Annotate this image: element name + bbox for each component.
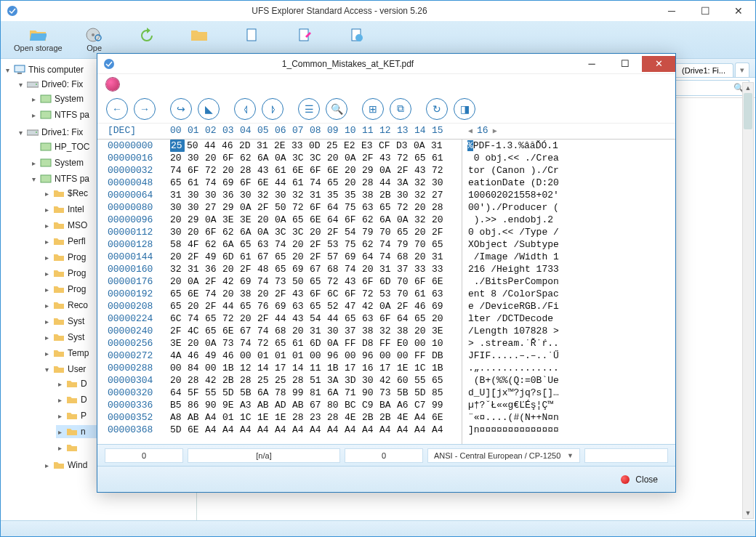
- tree-label: System: [55, 94, 84, 104]
- right-scrollbar[interactable]: ▲ ▼: [742, 82, 754, 519]
- offset: 00000368: [108, 424, 170, 436]
- hex-row[interactable]: 000002563E200A73747265616D0AFFD8FFE00010…: [97, 337, 675, 350]
- hex-row[interactable]: 00000176200A2F42697473506572436F6D706F6E…: [97, 275, 675, 288]
- open-button[interactable]: Ope: [68, 26, 121, 54]
- document-edit-icon: [295, 28, 313, 42]
- tree-toggle[interactable]: ▾: [30, 175, 37, 183]
- encoding-select[interactable]: ANSI - Central European / CP-1250▼: [427, 448, 580, 463]
- bytes: 323136202F4865696768742031373333: [170, 263, 449, 275]
- tree-label: User: [68, 364, 86, 374]
- close-button[interactable]: ✕: [722, 3, 755, 19]
- hex-row[interactable]: 000002402F4C656E67746820313037383238203E…: [97, 325, 675, 337]
- main-window-controls: ─ ☐ ✕: [655, 3, 755, 19]
- ascii: /Image /Width 1: [468, 251, 559, 263]
- tab-menu-button[interactable]: ▾: [735, 62, 749, 77]
- tree-toggle[interactable]: ▾: [4, 66, 11, 74]
- tree-label: $Rec: [68, 188, 88, 198]
- hex-row[interactable]: 00000128584F626A656374202F53756274797065…: [97, 238, 675, 251]
- hex-row[interactable]: 000000643130303630323032313535382B303227…: [97, 189, 675, 201]
- bytes: 4A46494600010101009600960000FFDB: [170, 350, 449, 362]
- ascii: 0 obj.<< ./Crea: [468, 152, 559, 164]
- toolbar-btn-6[interactable]: [278, 26, 330, 54]
- scroll-thumb[interactable]: [744, 93, 752, 129]
- status-position: 0: [105, 448, 183, 463]
- minimize-button[interactable]: ─: [655, 3, 688, 19]
- tab-drive1[interactable]: (Drive1: Fi...: [674, 63, 733, 77]
- chevron-right-icon[interactable]: ▶: [493, 126, 497, 135]
- ascii: 216 /Height 1733: [468, 263, 559, 275]
- nav-forward-button[interactable]: →: [134, 98, 156, 120]
- maximize-button[interactable]: ☐: [688, 3, 722, 19]
- offset: 00000064: [108, 189, 170, 201]
- offset: 00000096: [108, 214, 170, 226]
- partition-icon: [40, 110, 52, 120]
- globe-icon[interactable]: [106, 78, 119, 91]
- folder-icon: [53, 236, 65, 246]
- chevron-left-icon[interactable]: ◀: [468, 126, 472, 135]
- offset-mode-label[interactable]: [DEC]: [108, 125, 170, 136]
- toolbar-btn-7[interactable]: [330, 26, 382, 54]
- hex-row[interactable]: 00000144202F496D616765202F57696474682031…: [97, 251, 675, 263]
- toolbar-btn-3[interactable]: [121, 26, 173, 54]
- tree-label: System: [55, 158, 84, 168]
- tree-label: This computer: [28, 65, 84, 75]
- list-button[interactable]: ☰: [298, 98, 320, 120]
- hex-row[interactable]: 00000160323136202F4865696768742031373333…: [97, 263, 675, 275]
- hex-row[interactable]: 000002246C746572202F4443544465636F646520…: [97, 312, 675, 325]
- hex-row[interactable]: 00000352A8ABA4011C1E1E2823284E2B2B4EA46E…: [97, 411, 675, 424]
- tree-toggle[interactable]: ▾: [17, 81, 24, 89]
- offset: 00000144: [108, 251, 170, 263]
- tree-label: D: [81, 379, 87, 389]
- hex-row[interactable]: 00000032746F72202843616E6F6E20290A2F4372…: [97, 164, 675, 177]
- bytes: 0084001B12141714111B1716171E1C1B: [170, 362, 449, 374]
- hex-row[interactable]: 00000080303027290A2F50726F64756365722028…: [97, 201, 675, 214]
- hex-row[interactable]: 000003042028422B28252528513A3D3042605565…: [97, 374, 675, 387]
- nav-back-button[interactable]: ←: [106, 98, 128, 120]
- scroll-up-arrow[interactable]: ▲: [743, 83, 753, 93]
- hex-row[interactable]: 0000011230206F626A0A3C3C202F54797065202F…: [97, 226, 675, 238]
- tree-toggle[interactable]: ▾: [17, 129, 24, 137]
- drive-icon: [27, 79, 39, 89]
- step-back-button[interactable]: ⦉: [234, 98, 256, 120]
- columns-button[interactable]: ◨: [454, 98, 475, 120]
- toolbar-btn-5[interactable]: [225, 26, 278, 54]
- open-storage-button[interactable]: Open storage: [8, 26, 68, 54]
- hex-row[interactable]: 00000000255044462D312E330D25E2E3CFD30A31…: [97, 140, 675, 152]
- hex-row[interactable]: 000002724A46494600010101009600960000FFDB…: [97, 350, 675, 362]
- copy-button[interactable]: ⧉: [390, 98, 411, 120]
- scroll-down-arrow[interactable]: ▼: [743, 508, 753, 518]
- hex-rows-container[interactable]: 00000000255044462D312E330D25E2E3CFD30A31…: [97, 140, 675, 444]
- hex-row[interactable]: 00000336B586909EA3ABADAB6780BCC9BAA6C799…: [97, 399, 675, 411]
- tree-toggle[interactable]: ▾: [43, 366, 50, 374]
- ascii: ]n¤¤¤¤¤¤¤¤¤¤¤¤¤¤: [468, 424, 559, 436]
- bytes: 65202F4465766963655247420A2F4669: [170, 300, 449, 312]
- tree-label: Temp: [68, 348, 89, 358]
- hex-row[interactable]: 0000009620290A3E3E200A656E646F626A0A3220…: [97, 214, 675, 226]
- tree-label: Perfl: [68, 236, 86, 246]
- hex-minimize-button[interactable]: ─: [575, 56, 608, 72]
- offset: 00000080: [108, 201, 170, 214]
- hex-row[interactable]: 000002880084001B12141714111B1716171E1C1B…: [97, 362, 675, 374]
- hex-row[interactable]: 00000192656E742038202F436F6C6F7253706163…: [97, 288, 675, 300]
- hex-divider: [462, 140, 462, 444]
- folder-icon: [53, 460, 65, 470]
- step-forward-button[interactable]: ⦊: [262, 98, 284, 120]
- reload-button[interactable]: ↻: [426, 98, 448, 120]
- hex-row[interactable]: 00000048656174696F6E446174652028443A3230…: [97, 177, 675, 189]
- svg-point-15: [36, 132, 37, 133]
- find-button[interactable]: 🔍: [326, 98, 347, 120]
- toolbar-btn-4[interactable]: [173, 26, 225, 54]
- hex-row[interactable]: 00000320645F555D5B6A7899816A7190735B5D85…: [97, 387, 675, 399]
- bookmark-button[interactable]: ◣: [198, 98, 220, 120]
- folder-icon: [66, 427, 78, 437]
- hex-close-button[interactable]: ✕: [642, 56, 675, 72]
- grid-button[interactable]: ⊞: [362, 98, 384, 120]
- folder-icon: [53, 300, 65, 310]
- hex-maximize-button[interactable]: ☐: [608, 56, 642, 72]
- hex-row[interactable]: 000000162030206F626A0A3C3C200A2F43726561…: [97, 152, 675, 164]
- hex-row[interactable]: 000003685D6EA4A4A4A4A4A4A4A4A4A4A4A4A4A4…: [97, 424, 675, 436]
- offset: 00000000: [108, 140, 170, 152]
- close-viewer-button[interactable]: Close: [615, 472, 664, 488]
- hex-row[interactable]: 0000020865202F4465766963655247420A2F4669…: [97, 300, 675, 312]
- goto-button[interactable]: ↪: [170, 98, 192, 120]
